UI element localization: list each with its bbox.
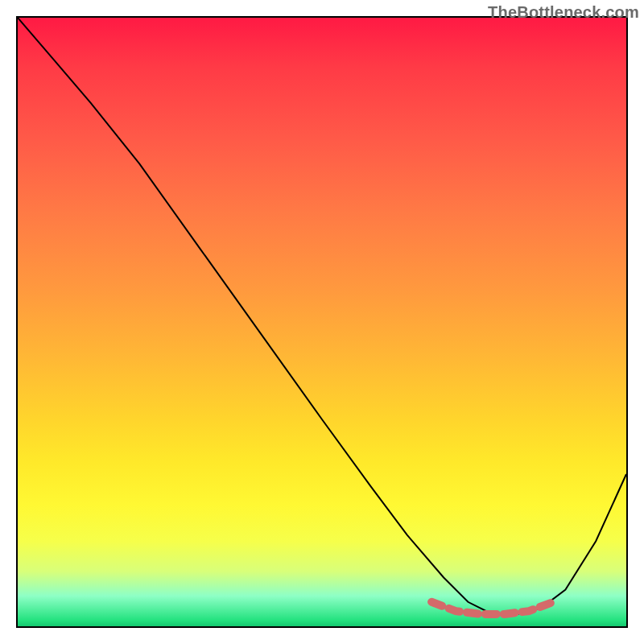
watermark-text: TheBottleneck.com bbox=[488, 3, 639, 22]
plot-area bbox=[16, 16, 628, 628]
chart-svg bbox=[18, 18, 626, 626]
optimal-range-marker bbox=[431, 602, 553, 614]
bottleneck-curve bbox=[18, 18, 626, 614]
